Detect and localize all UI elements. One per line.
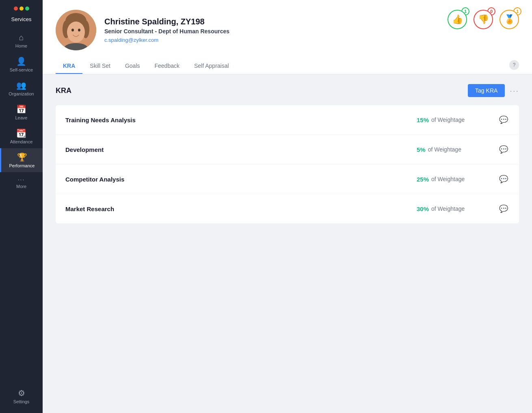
main-content: Christine Spalding, ZY198 Senior Consult… (43, 0, 532, 413)
profile-email[interactable]: c.spalding@zylker.com (104, 37, 229, 43)
thumbs-down-icon: 👎 (474, 10, 493, 29)
logo-dot-red (14, 6, 18, 11)
self-service-icon: 👤 (16, 56, 26, 66)
sidebar-bottom: ⚙ Settings (0, 384, 43, 408)
tab-skillset[interactable]: Skill Set (82, 58, 118, 74)
sidebar-item-self-service[interactable]: 👤 Self-service (0, 52, 43, 76)
profile-name: Christine Spalding, ZY198 (104, 17, 229, 26)
sidebar-label-performance: Performance (9, 163, 35, 168)
kra-item-name: Competitor Analysis (65, 176, 417, 183)
weightage-label: of Weightage (428, 146, 461, 153)
tab-goals[interactable]: Goals (118, 58, 147, 74)
kra-item-name: Training Needs Analysis (65, 117, 417, 123)
performance-icon: 🏆 (17, 152, 27, 162)
weightage-label: of Weightage (431, 117, 465, 123)
tag-kra-button[interactable]: Tag KRA (468, 84, 505, 97)
profile-role: Senior Consultant (104, 28, 154, 35)
title-separator: - (155, 28, 158, 35)
sidebar-label-leave: Leave (15, 115, 28, 120)
organization-icon: 👥 (16, 80, 26, 90)
kra-item-weightage: 5% of Weightage (417, 146, 490, 153)
sidebar-item-attendance[interactable]: 📆 Attendance (0, 124, 43, 148)
home-icon: ⌂ (19, 33, 24, 42)
logo-dot-green (25, 6, 29, 11)
weightage-percent: 30% (417, 205, 429, 212)
settings-icon: ⚙ (18, 388, 25, 398)
thumbs-up-icon: 👍 (448, 10, 467, 29)
tab-feedback[interactable]: Feedback (147, 58, 187, 74)
kra-item-weightage: 30% of Weightage (417, 205, 490, 212)
weightage-percent: 15% (417, 117, 429, 123)
avatar-image (56, 10, 96, 50)
services-label: Services (11, 16, 32, 22)
sidebar-label-more: More (16, 184, 26, 189)
sidebar-label-self-service: Self-service (10, 67, 33, 72)
logo-dot-yellow (19, 6, 24, 11)
tab-self-appraisal[interactable]: Self Appraisal (187, 58, 236, 74)
kra-comment-icon[interactable]: 💬 (498, 203, 509, 214)
profile-dept: Dept of Human Resources (158, 28, 229, 35)
kra-actions: Tag KRA ··· (468, 84, 519, 97)
help-icon[interactable]: ? (509, 60, 519, 70)
kra-content: KRA Tag KRA ··· Training Needs Analysis … (43, 74, 532, 413)
kra-comment-icon[interactable]: 💬 (498, 144, 509, 155)
badge-star[interactable]: 1 🏅 (500, 10, 519, 29)
badge-thumbs-down[interactable]: 0 👎 (474, 10, 493, 29)
sidebar-item-leave[interactable]: 📅 Leave (0, 100, 43, 124)
kra-item-weightage: 25% of Weightage (417, 176, 490, 183)
kra-item: Development 5% of Weightage 💬 (56, 135, 519, 164)
kra-item-weightage: 15% of Weightage (417, 117, 490, 123)
kra-comment-icon[interactable]: 💬 (498, 173, 509, 185)
tab-bar: KRA Skill Set Goals Feedback Self Apprai… (56, 58, 519, 74)
weightage-percent: 25% (417, 176, 429, 183)
weightage-percent: 5% (417, 146, 426, 153)
more-icon: ··· (18, 176, 25, 183)
kra-comment-icon[interactable]: 💬 (498, 114, 509, 125)
profile-title: Senior Consultant - Dept of Human Resour… (104, 28, 229, 35)
star-icon: 🏅 (500, 10, 519, 29)
profile-info: Christine Spalding, ZY198 Senior Consult… (56, 10, 229, 50)
profile-header: Christine Spalding, ZY198 Senior Consult… (43, 0, 532, 74)
svg-point-5 (71, 29, 74, 32)
sidebar-item-organization[interactable]: 👥 Organization (0, 76, 43, 100)
profile-badges: 1 👍 0 👎 1 🏅 (448, 10, 519, 29)
sidebar-item-settings[interactable]: ⚙ Settings (0, 384, 43, 408)
kra-item-name: Market Research (65, 205, 417, 212)
profile-top: Christine Spalding, ZY198 Senior Consult… (56, 10, 519, 50)
kra-item-name: Development (65, 146, 417, 153)
weightage-label: of Weightage (431, 205, 465, 212)
logo (14, 6, 29, 11)
kra-header: KRA Tag KRA ··· (56, 84, 519, 97)
sidebar-label-attendance: Attendance (10, 139, 33, 144)
sidebar-label-home: Home (15, 43, 27, 48)
kra-title: KRA (56, 86, 71, 95)
weightage-label: of Weightage (431, 176, 465, 182)
kra-item: Competitor Analysis 25% of Weightage 💬 (56, 164, 519, 194)
tab-kra[interactable]: KRA (56, 58, 82, 74)
kra-item: Market Research 30% of Weightage 💬 (56, 194, 519, 223)
sidebar: Services ⌂ Home 👤 Self-service 👥 Organiz… (0, 0, 43, 413)
badge-thumbs-up[interactable]: 1 👍 (448, 10, 467, 29)
sidebar-label-organization: Organization (9, 91, 34, 96)
kra-items-list: Training Needs Analysis 15% of Weightage… (56, 105, 519, 223)
kra-item: Training Needs Analysis 15% of Weightage… (56, 105, 519, 135)
sidebar-item-performance[interactable]: 🏆 Performance (0, 148, 43, 172)
profile-text: Christine Spalding, ZY198 Senior Consult… (104, 17, 229, 43)
sidebar-item-home[interactable]: ⌂ Home (0, 29, 43, 52)
attendance-icon: 📆 (16, 128, 26, 138)
more-options-button[interactable]: ··· (510, 86, 519, 95)
svg-point-6 (78, 29, 80, 32)
leave-icon: 📅 (16, 104, 26, 114)
sidebar-label-settings: Settings (13, 399, 30, 404)
avatar (56, 10, 96, 50)
sidebar-item-more[interactable]: ··· More (0, 172, 43, 193)
svg-point-4 (67, 22, 85, 43)
